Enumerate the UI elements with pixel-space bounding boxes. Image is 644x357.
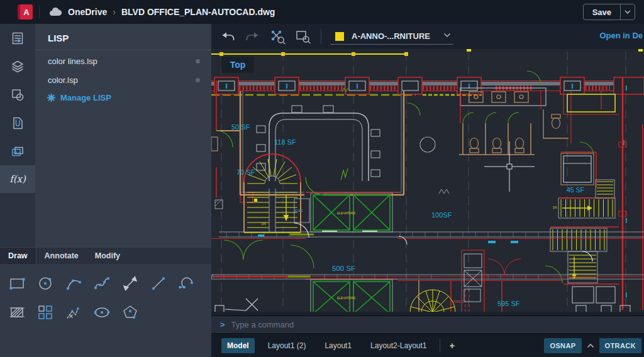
tab-draw[interactable]: Draw bbox=[0, 248, 36, 264]
plan-label: DN bbox=[262, 222, 266, 226]
topbar-divider bbox=[39, 6, 40, 18]
save-split-button: Save bbox=[583, 4, 635, 20]
otrack-toggle[interactable]: OTRACK bbox=[599, 338, 641, 353]
ellipse-tool-icon[interactable] bbox=[92, 303, 111, 322]
svg-text:I: I bbox=[356, 82, 358, 90]
breadcrumb-filename: BLVD OFFICE_PLAN-AUTOCAD.dwg bbox=[121, 7, 275, 17]
measure-tool-icon[interactable] bbox=[121, 274, 140, 293]
drawing-canvas[interactable]: III II IIII bbox=[211, 49, 644, 316]
lisp-item-status-dot[interactable] bbox=[196, 59, 200, 63]
svg-text:I: I bbox=[286, 82, 287, 90]
tab-modify[interactable]: Modify bbox=[87, 248, 128, 264]
command-bar: > bbox=[211, 316, 644, 333]
plan-label: Y bbox=[211, 273, 214, 280]
xref-attachments-icon[interactable] bbox=[0, 109, 35, 137]
polyline-arc-tool-icon[interactable] bbox=[177, 274, 196, 293]
view-orientation-control[interactable]: Top bbox=[221, 57, 254, 73]
command-prompt-icon: > bbox=[220, 320, 225, 329]
layer-selector-dropdown[interactable]: A-ANNO-...RNITURE bbox=[330, 28, 453, 45]
manage-lisp-label: Manage LISP bbox=[60, 93, 111, 102]
lisp-panel-title: LISP bbox=[35, 24, 211, 50]
tools-tabstrip: Draw Annotate Modify bbox=[0, 247, 211, 264]
svg-text:I: I bbox=[626, 217, 628, 224]
arc-tool-icon[interactable] bbox=[64, 274, 83, 293]
tab-layout1-2[interactable]: Layout1 (2) bbox=[262, 338, 312, 353]
draw-tools-panel bbox=[0, 264, 211, 357]
toolbar-separator bbox=[321, 29, 321, 44]
blocks-icon[interactable] bbox=[0, 80, 35, 109]
rectangle-tool-icon[interactable] bbox=[8, 274, 26, 293]
svg-text:I: I bbox=[468, 82, 470, 90]
cloud-icon bbox=[48, 7, 62, 17]
draw-tools-row-2 bbox=[8, 303, 211, 322]
line-tool-icon[interactable] bbox=[149, 274, 168, 293]
open-in-desktop-link[interactable]: Open in De bbox=[599, 31, 643, 40]
layers-icon[interactable] bbox=[0, 52, 35, 80]
left-icon-rail: f(x) bbox=[0, 24, 35, 247]
polygon-tool-icon[interactable] bbox=[121, 303, 140, 322]
chevron-up-icon[interactable] bbox=[587, 343, 594, 348]
lisp-fx-icon[interactable]: f(x) bbox=[0, 165, 35, 193]
chevron-down-icon bbox=[443, 33, 451, 38]
lisp-item[interactable]: color lines.lsp bbox=[35, 52, 211, 70]
lisp-item-label: color.lsp bbox=[48, 75, 78, 85]
save-dropdown-button[interactable] bbox=[621, 10, 635, 14]
topbar: A OneDrive › BLVD OFFICE_PLAN-AUTOCAD.dw… bbox=[0, 0, 644, 24]
canvas-toolbar: A-ANNO-...RNITURE Open in De bbox=[211, 24, 644, 49]
plan-label: DN bbox=[553, 206, 557, 209]
fx-label: f(x) bbox=[9, 173, 26, 185]
breadcrumb: OneDrive › BLVD OFFICE_PLAN-AUTOCAD.dwg bbox=[48, 7, 275, 17]
undo-icon[interactable] bbox=[219, 29, 236, 44]
chevron-down-icon bbox=[625, 10, 631, 14]
tab-model[interactable]: Model bbox=[221, 338, 255, 353]
manage-lisp-button[interactable]: Manage LISP bbox=[47, 93, 211, 102]
plan-label: 70 SF bbox=[236, 168, 255, 176]
viewport[interactable]: III II IIII bbox=[211, 49, 644, 316]
svg-text:I: I bbox=[626, 85, 628, 92]
hatch-tool-icon[interactable] bbox=[8, 303, 26, 322]
plan-label: ELEVATORS bbox=[337, 211, 356, 215]
properties-panel-icon[interactable] bbox=[0, 24, 35, 52]
plan-label: 595 SF bbox=[497, 300, 520, 307]
plan-label: 100SF bbox=[431, 211, 452, 219]
tab-annotate[interactable]: Annotate bbox=[36, 248, 87, 264]
circle-tool-icon[interactable] bbox=[36, 274, 55, 293]
autocad-logo[interactable]: A bbox=[18, 4, 33, 19]
layer-color-swatch bbox=[335, 32, 344, 41]
plan-label: 50 SF bbox=[231, 123, 250, 131]
tab-layout1[interactable]: Layout1 bbox=[319, 338, 357, 353]
add-layout-button[interactable]: + bbox=[449, 340, 455, 351]
breadcrumb-location[interactable]: OneDrive bbox=[68, 7, 107, 17]
status-bar: Model Layout1 (2) Layout1 Layout2-Layout… bbox=[211, 333, 644, 357]
lisp-panel-divider bbox=[35, 50, 211, 50]
zoom-window-icon[interactable] bbox=[294, 29, 312, 44]
plan-label: 118 SF bbox=[274, 138, 296, 146]
lisp-item[interactable]: color.lsp bbox=[35, 70, 211, 89]
svg-text:I: I bbox=[571, 82, 573, 90]
lisp-panel: LISP color lines.lsp color.lsp Manage LI… bbox=[35, 24, 211, 247]
spline-tool-icon[interactable] bbox=[92, 274, 111, 293]
zoom-selection-icon[interactable] bbox=[269, 29, 287, 44]
layer-selector-label: A-ANNO-...RNITURE bbox=[352, 31, 430, 41]
insert-block-tool-icon[interactable] bbox=[36, 303, 55, 322]
osnap-toggle[interactable]: OSNAP bbox=[544, 338, 581, 353]
autocad-web-app: A OneDrive › BLVD OFFICE_PLAN-AUTOCAD.dw… bbox=[0, 0, 644, 357]
svg-text:I: I bbox=[626, 292, 628, 299]
edit-vertices-tool-icon[interactable] bbox=[64, 303, 83, 322]
views-icon[interactable] bbox=[0, 137, 35, 165]
plan-label: 500 SF bbox=[332, 265, 355, 272]
tab-layout2-layout1[interactable]: Layout2-Layout1 bbox=[365, 338, 432, 353]
svg-text:I: I bbox=[225, 82, 227, 90]
draw-tools-row-1 bbox=[8, 274, 211, 293]
command-input[interactable] bbox=[230, 319, 644, 330]
layout-tabs-separator bbox=[440, 339, 440, 353]
plan-label: 45 SF bbox=[567, 186, 584, 194]
plan-label: ELEVATORS bbox=[337, 296, 356, 300]
plan-label: ELEC bbox=[295, 209, 303, 212]
breadcrumb-separator: › bbox=[113, 7, 116, 17]
lisp-item-status-dot[interactable] bbox=[196, 78, 200, 82]
redo-icon[interactable] bbox=[244, 29, 262, 44]
plan-label: PIPE C bbox=[453, 300, 464, 304]
lisp-item-label: color lines.lsp bbox=[48, 57, 97, 66]
save-button[interactable]: Save bbox=[584, 8, 620, 17]
